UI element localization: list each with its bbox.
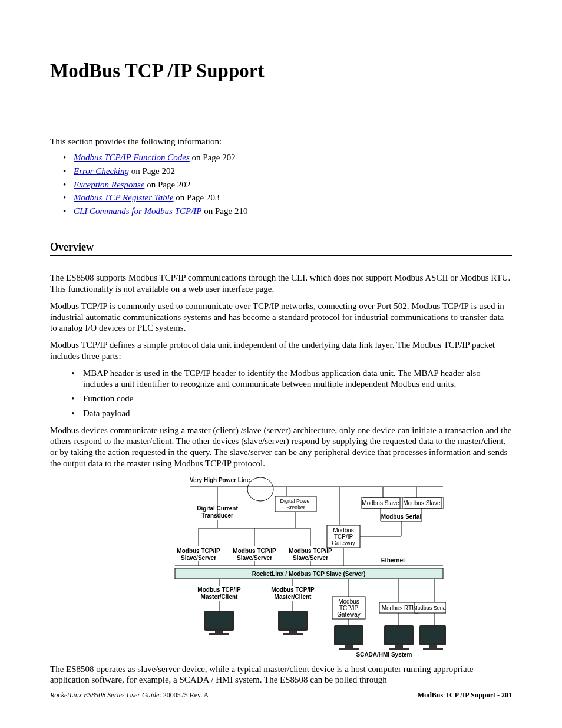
toc-link-register-table[interactable]: Modbus TCP Register Table (74, 193, 174, 202)
svg-text:Slave/Server: Slave/Server (237, 555, 272, 561)
svg-rect-71 (280, 612, 306, 628)
svg-rect-68 (215, 631, 223, 633)
diagram-label-rocketlinx: RocketLinx / Modbus TCP Slave (Server) (252, 571, 366, 577)
svg-text:Modbus TCP/IP: Modbus TCP/IP (289, 548, 332, 554)
intro-text: This section provides the following info… (50, 136, 512, 147)
overview-bullets: MBAP header is used in the TCP/IP header… (50, 368, 512, 419)
diagram-label-transducer-l2: Transducer (201, 512, 233, 519)
diagram-label-power-line: Very High Power Line (190, 477, 250, 483)
overview-p1: The ES8508 supports Modbus TCP/IP commun… (50, 272, 512, 295)
footer-revision: : 2000575 Rev. A (159, 691, 209, 699)
page-title: ModBus TCP /IP Support (50, 59, 512, 83)
toc-item: Exception Response on Page 202 (74, 179, 512, 190)
toc-suffix: on Page 210 (202, 206, 248, 216)
svg-rect-75 (336, 627, 362, 643)
svg-rect-85 (423, 648, 443, 650)
footer-guide-name: RocketLinx ES8508 Series User Guide (50, 691, 159, 699)
monitor-icon (334, 625, 363, 650)
svg-text:Master/Client: Master/Client (275, 594, 312, 600)
overview-heading: Overview (50, 241, 512, 254)
svg-rect-80 (395, 645, 403, 648)
svg-text:Modbus Slave: Modbus Slave (362, 500, 399, 506)
overview-p4: Modbus devices communicate using a maste… (50, 425, 512, 469)
monitor-icon (419, 625, 446, 650)
toc-suffix: on Page 202 (144, 180, 190, 189)
svg-rect-73 (283, 633, 303, 635)
svg-text:Slave/Server: Slave/Server (181, 555, 216, 561)
svg-text:Modbus: Modbus (333, 527, 354, 533)
svg-text:Modbus TCP/IP: Modbus TCP/IP (177, 548, 220, 554)
svg-text:TCP/IP: TCP/IP (334, 533, 353, 540)
section-rule (50, 255, 512, 258)
svg-rect-76 (345, 645, 353, 648)
svg-text:Slave/Server: Slave/Server (293, 555, 328, 561)
svg-text:Modbus TCP/IP: Modbus TCP/IP (197, 587, 241, 593)
svg-text:Gateway: Gateway (337, 611, 360, 618)
diagram-label-breaker-l1: Digital Power (280, 498, 311, 504)
svg-rect-77 (339, 648, 359, 650)
toc-link-error-checking[interactable]: Error Checking (74, 166, 129, 176)
svg-text:Modbus: Modbus (338, 598, 359, 605)
overview-p2: Modbus TCP/IP is commonly used to commun… (50, 301, 512, 334)
overview-p5: The ES8508 operates as slave/server devi… (50, 664, 512, 686)
svg-text:Modbus Slave: Modbus Slave (403, 500, 441, 506)
diagram-label-modbus-serial: Modbus Serial (381, 513, 422, 520)
overview-bullet: MBAP header is used in the TCP/IP header… (83, 368, 512, 390)
svg-rect-67 (206, 612, 232, 628)
diagram-label-modbus-rtu: Modbus RTU (382, 605, 416, 611)
diagram-label-modbus-serial: Modbus Serial (413, 605, 446, 611)
toc-suffix: on Page 202 (129, 166, 175, 176)
toc-list: Modbus TCP/IP Function Codes on Page 202… (50, 152, 512, 217)
diagram-label-scada: SCADA/HMI System (356, 651, 412, 658)
monitor-icon (204, 611, 234, 635)
svg-rect-72 (289, 631, 297, 633)
svg-text:Gateway: Gateway (332, 540, 355, 546)
overview-bullet: Function code (83, 393, 512, 404)
overview-p3: Modbus TCP/IP defines a simple protocol … (50, 340, 512, 362)
footer-rule (50, 687, 512, 687)
svg-text:Modbus TCP/IP: Modbus TCP/IP (271, 587, 315, 593)
footer-right: ModBus TCP /IP Support - 201 (418, 691, 512, 700)
diagram-label-transducer-l1: Digital Current (197, 505, 238, 512)
footer-left: RocketLinx ES8508 Series User Guide: 200… (50, 691, 209, 700)
toc-link-cli-commands[interactable]: CLI Commands for Modbus TCP/IP (74, 206, 202, 216)
overview-body: The ES8508 supports Modbus TCP/IP commun… (50, 272, 512, 686)
svg-rect-81 (389, 648, 409, 650)
toc-item: Modbus TCP/IP Function Codes on Page 202 (74, 152, 512, 163)
toc-link-function-codes[interactable]: Modbus TCP/IP Function Codes (74, 153, 190, 162)
toc-item: Error Checking on Page 202 (74, 166, 512, 177)
toc-link-exception-response[interactable]: Exception Response (74, 180, 144, 189)
toc-suffix: on Page 202 (190, 153, 236, 162)
svg-text:Modbus TCP/IP: Modbus TCP/IP (233, 548, 276, 554)
monitor-icon (384, 625, 414, 650)
monitor-icon (278, 611, 308, 635)
diagram-label-breaker-l2: Breaker (286, 505, 305, 510)
svg-rect-69 (209, 633, 229, 635)
svg-point-1 (247, 477, 273, 501)
svg-rect-84 (429, 645, 437, 648)
architecture-diagram: Very High Power Line Digital Power Break… (116, 475, 446, 658)
toc-suffix: on Page 203 (174, 193, 220, 202)
svg-text:TCP/IP: TCP/IP (339, 605, 359, 611)
svg-rect-83 (421, 627, 444, 643)
toc-item: CLI Commands for Modbus TCP/IP on Page 2… (74, 206, 512, 217)
page-footer: RocketLinx ES8508 Series User Guide: 200… (50, 687, 512, 700)
diagram-label-ethernet: Ethernet (381, 557, 405, 564)
svg-rect-79 (386, 627, 412, 643)
svg-text:Master/Client: Master/Client (201, 594, 238, 600)
toc-item: Modbus TCP Register Table on Page 203 (74, 192, 512, 203)
overview-bullet: Data payload (83, 408, 512, 419)
